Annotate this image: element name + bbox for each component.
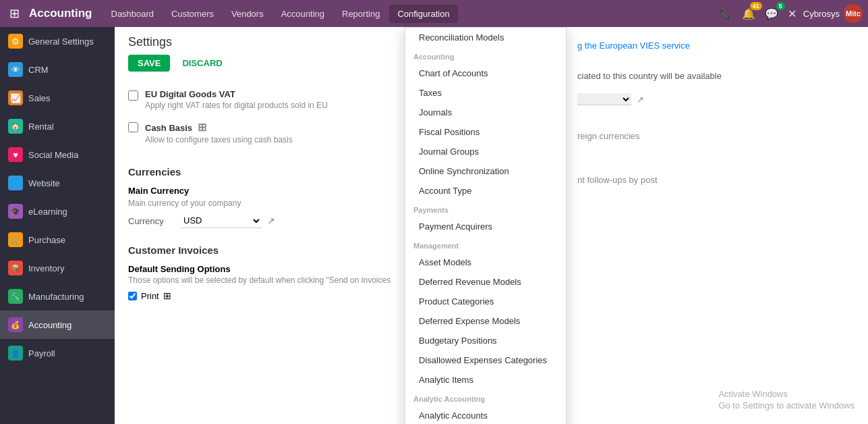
eu-digital-vat-desc: Apply right VAT rates for digital produc…	[145, 101, 328, 110]
sidebar-label-manufacturing: Manufacturing	[28, 292, 84, 302]
general-settings-icon: ⚙	[8, 34, 23, 49]
cash-basis-label: Cash Basis ⊞	[145, 121, 293, 134]
dropdown-deferred-revenue-models[interactable]: Deferred Revenue Models	[405, 272, 566, 292]
print-label: Print	[141, 291, 159, 301]
sidebar-item-manufacturing[interactable]: 🔧 Manufacturing	[0, 282, 115, 311]
sidebar-item-crm[interactable]: 👁 CRM	[0, 55, 115, 84]
sidebar-item-general-settings[interactable]: ⚙ General Settings	[0, 27, 115, 55]
sidebar-item-inventory[interactable]: 📦 Inventory	[0, 254, 115, 282]
dropdown-header-management: Management	[405, 236, 566, 253]
print-checkbox[interactable]	[128, 292, 137, 300]
sidebar-item-website[interactable]: 🌐 Website	[0, 169, 115, 197]
dropdown-header-analytic: Analytic Accounting	[405, 390, 566, 406]
sidebar-label-payroll: Payroll	[28, 348, 55, 359]
dropdown-product-categories[interactable]: Product Categories	[405, 292, 566, 311]
dropdown-deferred-expense-models[interactable]: Deferred Expense Models	[405, 311, 566, 331]
notifications-icon[interactable]: 🔔 41	[739, 5, 758, 23]
currency-field-label: Currency	[128, 216, 175, 226]
username: Cybrosys	[803, 9, 840, 19]
topbar: ⊞ Accounting Dashboard Customers Vendors…	[0, 0, 868, 27]
social-media-icon: ♥	[8, 147, 23, 162]
accounting-icon: 💰	[8, 317, 23, 332]
close-icon[interactable]: ✕	[785, 5, 799, 23]
dropdown-payment-acquirers[interactable]: Payment Acquirers	[405, 217, 566, 236]
activate-windows: Activate Windows Go to Settings to activ…	[718, 389, 855, 410]
sidebar-item-purchase[interactable]: 🛒 Purchase	[0, 226, 115, 254]
nav-dashboard[interactable]: Dashboard	[103, 5, 163, 23]
dropdown-row: ↗	[567, 88, 868, 111]
discard-button[interactable]: DISCARD	[173, 55, 231, 72]
topbar-right: 📞 🔔 41 💬 5 ✕ Cybrosys Mitc	[716, 4, 863, 23]
sidebar-label-rental: Rental	[28, 122, 54, 132]
dropdown-journal-groups[interactable]: Journal Groups	[405, 142, 566, 161]
sidebar-item-sales[interactable]: 📈 Sales	[0, 84, 115, 112]
eu-digital-vat-label: EU Digital Goods VAT	[145, 89, 328, 99]
country-link-icon[interactable]: ↗	[637, 95, 644, 105]
assoc-text: ciated to this country will be available	[567, 64, 868, 88]
sidebar-label-sales: Sales	[28, 93, 51, 103]
save-button[interactable]: SAVE	[128, 55, 170, 72]
crm-icon: 👁	[8, 62, 23, 77]
messages-icon[interactable]: 💬 5	[762, 5, 781, 23]
phone-icon[interactable]: 📞	[716, 5, 735, 23]
dropdown-fiscal-positions[interactable]: Fiscal Positions	[405, 122, 566, 142]
dropdown-asset-models[interactable]: Asset Models	[405, 253, 566, 272]
foreign-currencies-text: reign currencies	[567, 111, 868, 148]
app-title: Accounting	[26, 7, 100, 20]
sidebar-item-elearning[interactable]: 🎓 eLearning	[0, 197, 115, 226]
dropdown-online-synchronization[interactable]: Online Synchronization	[405, 161, 566, 181]
dropdown-analytic-accounts[interactable]: Analytic Accounts	[405, 406, 566, 424]
sidebar-label-inventory: Inventory	[28, 263, 64, 273]
dropdown-budgetary-positions[interactable]: Budgetary Positions	[405, 331, 566, 350]
website-icon: 🌐	[8, 176, 23, 190]
vies-text: g the European VIES service	[567, 27, 868, 64]
sales-icon: 📈	[8, 90, 23, 105]
dropdown-taxes[interactable]: Taxes	[405, 83, 566, 103]
dropdown-analytic-items[interactable]: Analytic Items	[405, 370, 566, 390]
follow-ups-text: nt follow-ups by post	[567, 148, 868, 192]
dropdown-disallowed-expenses[interactable]: Disallowed Expenses Categories	[405, 350, 566, 370]
rental-icon: 🏠	[8, 119, 23, 134]
print-icon: ⊞	[163, 290, 171, 301]
cash-basis-desc: Allow to configure taxes using cash basi…	[145, 135, 293, 144]
sidebar-item-payroll[interactable]: 👤 Payroll	[0, 339, 115, 367]
nav-accounting[interactable]: Accounting	[273, 5, 332, 23]
apps-icon[interactable]: ⊞	[5, 2, 24, 25]
cash-basis-checkbox[interactable]	[128, 122, 138, 132]
country-select[interactable]	[577, 93, 631, 105]
sidebar: ⚙ General Settings 👁 CRM 📈 Sales 🏠 Renta…	[0, 27, 115, 424]
sidebar-item-rental[interactable]: 🏠 Rental	[0, 112, 115, 140]
sidebar-label-social-media: Social Media	[28, 150, 78, 160]
sidebar-label-elearning: eLearning	[28, 207, 67, 217]
dropdown-journals[interactable]: Journals	[405, 103, 566, 122]
main-content: Settings SAVE DISCARD EU Digital Goods V…	[115, 27, 868, 424]
payroll-icon: 👤	[8, 346, 23, 361]
external-link-icon[interactable]: ↗	[267, 215, 275, 226]
dropdown-header-payments: Payments	[405, 201, 566, 217]
dropdown-account-type[interactable]: Account Type	[405, 181, 566, 201]
sidebar-item-social-media[interactable]: ♥ Social Media	[0, 140, 115, 169]
dropdown-chart-of-accounts[interactable]: Chart of Accounts	[405, 63, 566, 83]
sidebar-label-website: Website	[28, 178, 60, 188]
nav-reporting[interactable]: Reporting	[334, 5, 388, 23]
manufacturing-icon: 🔧	[8, 289, 23, 304]
sidebar-label-crm: CRM	[28, 65, 49, 75]
notification-badge: 41	[750, 2, 762, 10]
nav-configuration[interactable]: Configuration	[389, 5, 457, 23]
right-panel: g the European VIES service ciated to th…	[567, 27, 868, 424]
eu-digital-vat-checkbox[interactable]	[128, 90, 138, 101]
avatar[interactable]: Mitc	[844, 4, 863, 23]
dropdown-reconciliation-models[interactable]: Reconciliation Models	[405, 28, 566, 47]
layout: ⚙ General Settings 👁 CRM 📈 Sales 🏠 Renta…	[0, 27, 868, 424]
sidebar-label-purchase: Purchase	[28, 235, 65, 245]
nav-vendors[interactable]: Vendors	[223, 5, 272, 23]
sidebar-item-accounting[interactable]: 💰 Accounting	[0, 311, 115, 339]
activate-windows-desc: Go to Settings to activate Windows	[718, 400, 855, 410]
activate-windows-title: Activate Windows	[718, 389, 855, 399]
sidebar-label-accounting: Accounting	[28, 320, 71, 330]
currency-select[interactable]: USD EUR GBP	[181, 213, 262, 228]
main-nav: Dashboard Customers Vendors Accounting R…	[103, 5, 714, 23]
configuration-dropdown: Reconciliation Models Accounting Chart o…	[405, 27, 567, 424]
sidebar-label-general-settings: General Settings	[28, 36, 94, 47]
nav-customers[interactable]: Customers	[163, 5, 222, 23]
